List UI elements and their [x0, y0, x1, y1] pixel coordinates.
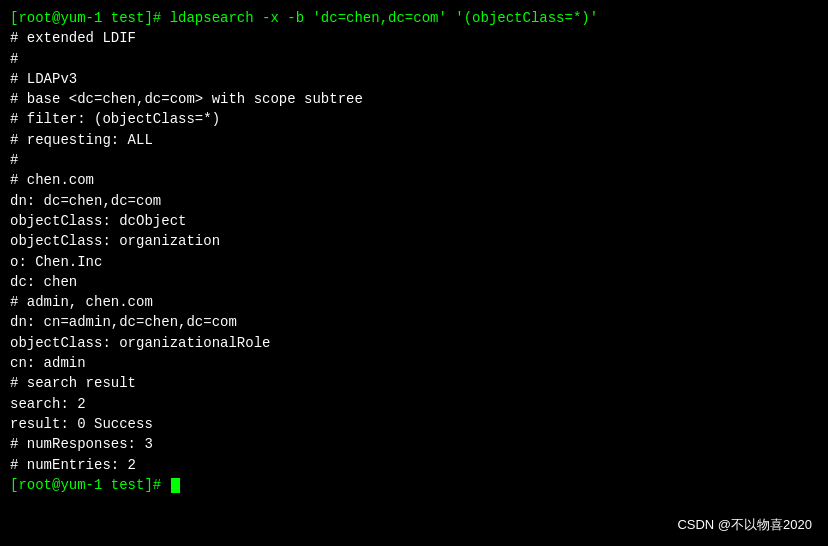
terminal-line: # search result — [10, 373, 818, 393]
terminal-line: result: 0 Success — [10, 414, 818, 434]
terminal-line: o: Chen.Inc — [10, 252, 818, 272]
terminal-line: # extended LDIF — [10, 28, 818, 48]
terminal-line: # filter: (objectClass=*) — [10, 109, 818, 129]
terminal-line: cn: admin — [10, 353, 818, 373]
terminal-line: objectClass: organizationalRole — [10, 333, 818, 353]
terminal-line: # chen.com — [10, 170, 818, 190]
terminal-line: # — [10, 49, 818, 69]
terminal-line: # numResponses: 3 — [10, 434, 818, 454]
terminal-line: search: 2 — [10, 394, 818, 414]
watermark: CSDN @不以物喜2020 — [677, 516, 812, 534]
terminal-line: # requesting: ALL — [10, 130, 818, 150]
terminal-line: # LDAPv3 — [10, 69, 818, 89]
terminal-line: objectClass: dcObject — [10, 211, 818, 231]
terminal-line: # numEntries: 2 — [10, 455, 818, 475]
terminal-line: dn: dc=chen,dc=com — [10, 191, 818, 211]
terminal-window: [root@yum-1 test]# ldapsearch -x -b 'dc=… — [0, 0, 828, 546]
terminal-line: # — [10, 150, 818, 170]
terminal-line: [root@yum-1 test]# — [10, 475, 818, 495]
terminal-line: dc: chen — [10, 272, 818, 292]
terminal-line: [root@yum-1 test]# ldapsearch -x -b 'dc=… — [10, 8, 818, 28]
terminal-line: # admin, chen.com — [10, 292, 818, 312]
terminal-line: dn: cn=admin,dc=chen,dc=com — [10, 312, 818, 332]
terminal-cursor — [171, 478, 180, 493]
terminal-line: objectClass: organization — [10, 231, 818, 251]
terminal-line: # base <dc=chen,dc=com> with scope subtr… — [10, 89, 818, 109]
